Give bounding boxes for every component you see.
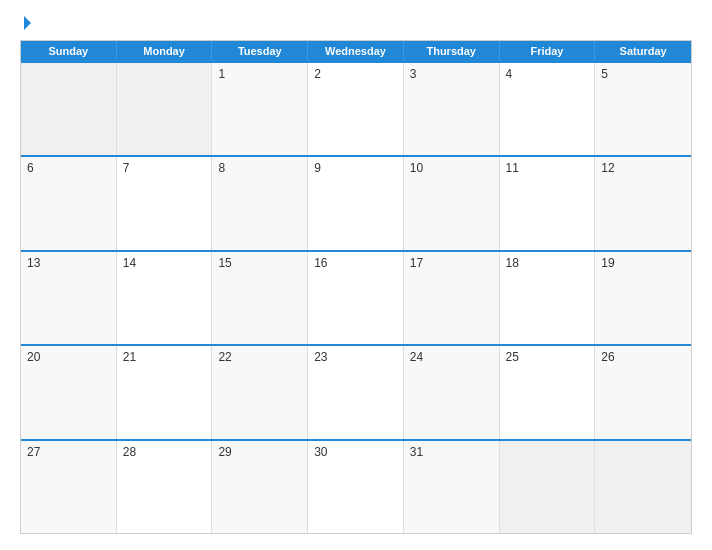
day-cell: 3 bbox=[404, 63, 500, 155]
day-number: 17 bbox=[410, 256, 423, 270]
day-number: 10 bbox=[410, 161, 423, 175]
day-cell: 28 bbox=[117, 441, 213, 533]
day-number: 13 bbox=[27, 256, 40, 270]
day-cell: 1 bbox=[212, 63, 308, 155]
week-row-2: 6789101112 bbox=[21, 155, 691, 249]
day-cell: 7 bbox=[117, 157, 213, 249]
day-cell: 9 bbox=[308, 157, 404, 249]
day-cell: 18 bbox=[500, 252, 596, 344]
day-cell: 2 bbox=[308, 63, 404, 155]
logo-blue-row bbox=[20, 16, 31, 30]
day-cell: 24 bbox=[404, 346, 500, 438]
day-number: 27 bbox=[27, 445, 40, 459]
week-row-5: 2728293031 bbox=[21, 439, 691, 533]
day-cell: 17 bbox=[404, 252, 500, 344]
day-cell: 13 bbox=[21, 252, 117, 344]
day-cell: 31 bbox=[404, 441, 500, 533]
day-number: 31 bbox=[410, 445, 423, 459]
day-cell bbox=[117, 63, 213, 155]
day-number: 1 bbox=[218, 67, 225, 81]
day-cell bbox=[21, 63, 117, 155]
calendar-header bbox=[20, 16, 692, 30]
day-number: 6 bbox=[27, 161, 34, 175]
day-cell: 10 bbox=[404, 157, 500, 249]
day-header-thursday: Thursday bbox=[404, 41, 500, 61]
day-cell: 25 bbox=[500, 346, 596, 438]
day-number: 9 bbox=[314, 161, 321, 175]
day-cell: 26 bbox=[595, 346, 691, 438]
day-number: 30 bbox=[314, 445, 327, 459]
week-row-3: 13141516171819 bbox=[21, 250, 691, 344]
day-number: 12 bbox=[601, 161, 614, 175]
day-number: 11 bbox=[506, 161, 519, 175]
day-cell: 8 bbox=[212, 157, 308, 249]
day-cell: 11 bbox=[500, 157, 596, 249]
day-number: 28 bbox=[123, 445, 136, 459]
day-number: 18 bbox=[506, 256, 519, 270]
day-cell: 22 bbox=[212, 346, 308, 438]
day-header-sunday: Sunday bbox=[21, 41, 117, 61]
day-header-monday: Monday bbox=[117, 41, 213, 61]
day-header-saturday: Saturday bbox=[595, 41, 691, 61]
day-cell: 21 bbox=[117, 346, 213, 438]
day-cell: 19 bbox=[595, 252, 691, 344]
day-cell: 23 bbox=[308, 346, 404, 438]
day-cell: 30 bbox=[308, 441, 404, 533]
day-cell: 4 bbox=[500, 63, 596, 155]
day-headers-row: SundayMondayTuesdayWednesdayThursdayFrid… bbox=[21, 41, 691, 61]
day-cell: 12 bbox=[595, 157, 691, 249]
day-cell bbox=[595, 441, 691, 533]
day-number: 4 bbox=[506, 67, 513, 81]
day-number: 19 bbox=[601, 256, 614, 270]
day-cell: 16 bbox=[308, 252, 404, 344]
day-cell: 29 bbox=[212, 441, 308, 533]
day-number: 5 bbox=[601, 67, 608, 81]
day-number: 7 bbox=[123, 161, 130, 175]
day-number: 2 bbox=[314, 67, 321, 81]
day-header-wednesday: Wednesday bbox=[308, 41, 404, 61]
day-number: 22 bbox=[218, 350, 231, 364]
day-number: 25 bbox=[506, 350, 519, 364]
day-cell: 27 bbox=[21, 441, 117, 533]
day-header-friday: Friday bbox=[500, 41, 596, 61]
day-cell: 20 bbox=[21, 346, 117, 438]
day-header-tuesday: Tuesday bbox=[212, 41, 308, 61]
day-number: 20 bbox=[27, 350, 40, 364]
day-number: 21 bbox=[123, 350, 136, 364]
logo bbox=[20, 16, 31, 30]
day-number: 8 bbox=[218, 161, 225, 175]
day-cell: 5 bbox=[595, 63, 691, 155]
day-number: 14 bbox=[123, 256, 136, 270]
day-cell: 15 bbox=[212, 252, 308, 344]
calendar-weeks: 1234567891011121314151617181920212223242… bbox=[21, 61, 691, 533]
week-row-4: 20212223242526 bbox=[21, 344, 691, 438]
day-cell: 14 bbox=[117, 252, 213, 344]
day-number: 26 bbox=[601, 350, 614, 364]
calendar-grid: SundayMondayTuesdayWednesdayThursdayFrid… bbox=[20, 40, 692, 534]
day-cell: 6 bbox=[21, 157, 117, 249]
day-number: 16 bbox=[314, 256, 327, 270]
day-number: 23 bbox=[314, 350, 327, 364]
day-cell bbox=[500, 441, 596, 533]
day-number: 15 bbox=[218, 256, 231, 270]
day-number: 24 bbox=[410, 350, 423, 364]
day-number: 29 bbox=[218, 445, 231, 459]
week-row-1: 12345 bbox=[21, 61, 691, 155]
day-number: 3 bbox=[410, 67, 417, 81]
logo-triangle-icon bbox=[24, 16, 31, 30]
